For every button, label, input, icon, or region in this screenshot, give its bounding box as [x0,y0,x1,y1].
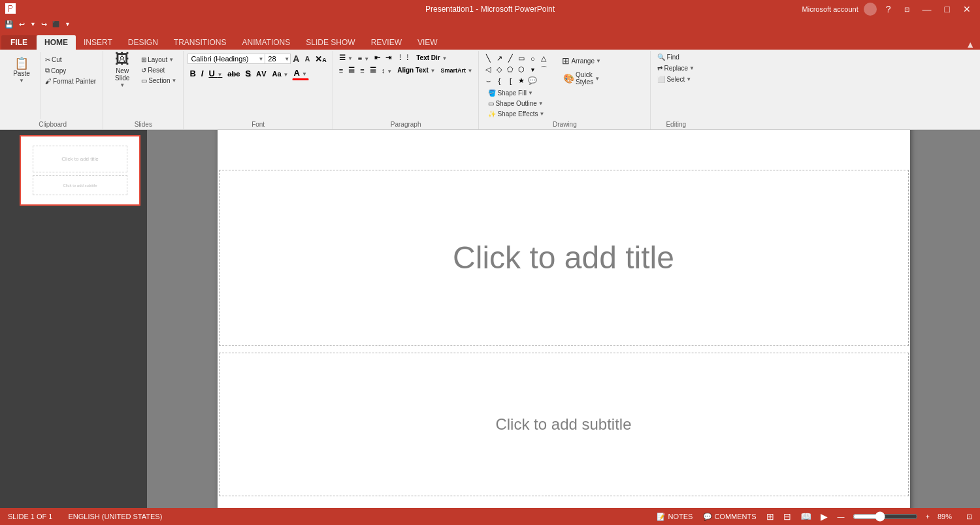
help-btn[interactable]: ? [882,4,895,14]
shape-diamond-icon[interactable]: ◇ [494,65,504,75]
align-left-btn[interactable]: ≡ [337,65,345,76]
close-btn[interactable]: ✕ [959,4,975,14]
tab-slideshow[interactable]: SLIDE SHOW [298,35,363,50]
replace-btn[interactable]: ⇄ Replace ▼ [655,63,697,73]
tab-transitions[interactable]: TRANSITIONS [166,35,235,50]
shape-more-icon[interactable]: ▼ [527,65,538,75]
italic-btn[interactable]: I [199,67,206,80]
tab-review[interactable]: REVIEW [363,35,410,50]
new-slide-btn[interactable]: 🖼 NewSlide ▼ [107,52,137,88]
align-center-btn[interactable]: ☰ [346,65,357,76]
layout-btn[interactable]: ⊞ Layout ▼ [139,55,179,65]
justify-btn[interactable]: ☰ [368,65,378,76]
copy-btn[interactable]: ⧉ Copy [42,65,99,76]
underline-btn[interactable]: U ▼ [206,67,224,80]
zoom-out-btn[interactable]: — [835,512,847,521]
zoom-slider[interactable] [853,511,918,522]
paste-btn[interactable]: 📋 Paste ▼ [7,52,37,88]
shape-curve-icon[interactable]: ⌣ [483,76,493,86]
undo-arrow-qa-btn[interactable]: ▼ [28,20,38,28]
shape-effects-btn[interactable]: ✨ Shape Effects ▼ [485,109,547,119]
notes-btn[interactable]: 📝 NOTES [654,512,695,522]
reading-view-btn[interactable]: 📖 [798,511,813,522]
font-grow-btn[interactable]: A [291,52,301,65]
strikethrough-btn[interactable]: abc [225,69,242,79]
zoom-in-btn[interactable]: + [923,512,932,521]
shape-rect-icon[interactable]: ▭ [516,54,527,64]
redo-qa-btn[interactable]: ↪ [39,20,49,29]
text-direction-btn[interactable]: Text Dir ▼ [414,53,449,63]
tab-design[interactable]: DESIGN [120,35,166,50]
change-case-btn[interactable]: Aa ▼ [270,69,290,79]
char-spacing-btn[interactable]: AV [254,69,269,79]
save-qa-btn[interactable]: 💾 [3,20,16,29]
reset-btn[interactable]: ↺ Reset [139,65,179,75]
shape-fill-icon: 🪣 [488,89,496,97]
fit-window-btn[interactable]: ⊡ [964,512,975,522]
shape-line-icon[interactable]: ╲ [483,54,493,64]
quick-styles-btn[interactable]: 🎨 QuickStyles ▼ [559,70,604,87]
shadow-btn[interactable]: S [243,67,253,80]
shape-bracket-icon[interactable]: [ [505,76,515,86]
arrange-btn[interactable]: ⊞ Arrange ▼ [559,52,604,69]
font-label: Font [184,121,332,128]
comments-btn[interactable]: 💬 COMMENTS [700,512,759,522]
numbered-btn[interactable]: ≡ ▼ [356,53,371,63]
customize-qa-btn[interactable]: ▼ [63,20,73,28]
shape-arc-icon[interactable]: ⌒ [538,65,549,75]
ribbon-group-slides: 🖼 NewSlide ▼ ⊞ Layout ▼ ↺ Reset ▭ Sectio… [103,51,184,129]
clear-format-btn[interactable]: ✕A [313,53,329,65]
shape-rtriangle-icon[interactable]: ◁ [483,65,493,75]
maximize-btn[interactable]: □ [941,4,954,14]
shape-triangle-icon[interactable]: △ [538,54,549,64]
increase-indent-btn[interactable]: ⇥ [384,52,393,63]
section-btn[interactable]: ▭ Section ▼ [139,76,179,86]
font-color-btn[interactable]: A ▼ [292,67,309,80]
font-shrink-btn[interactable]: A [302,54,312,64]
shape-arrow-icon[interactable]: ↗ [494,54,504,64]
slide-sorter-btn[interactable]: ⊟ [781,511,793,522]
slideshow-btn[interactable]: ▶ [819,511,830,522]
shape-hex-icon[interactable]: ⬡ [516,65,527,75]
line-spacing-btn[interactable]: ↕ ▼ [380,65,394,76]
subtitle-placeholder[interactable]: Click to add subtitle [219,353,909,496]
font-name-input[interactable] [188,54,266,64]
tab-file[interactable]: FILE [1,35,37,50]
format-painter-btn[interactable]: 🖌 Format Painter [42,76,99,86]
restore-btn[interactable]: ⊡ [900,6,913,13]
font-name-dropdown-btn[interactable]: ▼ [258,56,263,62]
tab-view[interactable]: VIEW [410,35,446,50]
ribbon-collapse-btn[interactable]: ▲ [962,39,979,50]
align-right-btn[interactable]: ≡ [358,65,366,76]
title-bar-right: Microsoft account ? ⊡ — □ ✕ [802,3,975,16]
shape-star-icon[interactable]: ★ [516,76,527,86]
print-qa-btn[interactable]: ⬛ [50,20,61,28]
slide-thumbnail-1[interactable]: Click to add title Click to add subtitle [20,135,140,206]
shape-callout-icon[interactable]: 💬 [527,76,538,86]
shape-outline-btn[interactable]: ▭ Shape Outline ▼ [485,99,547,108]
font-size-dropdown-btn[interactable]: ▼ [284,56,289,62]
shape-line2-icon[interactable]: ╱ [505,54,515,64]
reset-icon: ↺ [141,67,146,74]
title-placeholder[interactable]: Click to add title [219,170,909,346]
normal-view-btn[interactable]: ⊞ [764,511,776,522]
smartart-btn[interactable]: SmartArt ▼ [438,66,474,75]
tab-insert[interactable]: INSERT [76,35,120,50]
cut-btn[interactable]: ✂ Cut [42,55,99,65]
tab-home[interactable]: HOME [37,35,76,50]
decrease-indent-btn[interactable]: ⇤ [372,52,382,63]
select-btn[interactable]: ⬜ Select ▼ [655,74,694,84]
slide-canvas[interactable]: Click to add title Click to add subtitle [218,130,910,508]
shape-fill-btn[interactable]: 🪣 Shape Fill ▼ [485,88,547,98]
shape-pentagon-icon[interactable]: ⬠ [505,65,515,75]
bold-btn[interactable]: B [188,67,197,80]
minimize-btn[interactable]: — [919,4,936,14]
undo-qa-btn[interactable]: ↩ [17,20,27,29]
tab-animations[interactable]: ANIMATIONS [234,35,298,50]
bullets-btn[interactable]: ☰ ▼ [337,52,355,63]
shape-circle-icon[interactable]: ○ [527,54,538,64]
columns-btn[interactable]: ⋮⋮ [395,52,413,63]
align-text-btn[interactable]: Align Text ▼ [395,65,437,75]
find-btn[interactable]: 🔍 Find [655,52,681,62]
shape-brace-icon[interactable]: { [494,76,504,86]
